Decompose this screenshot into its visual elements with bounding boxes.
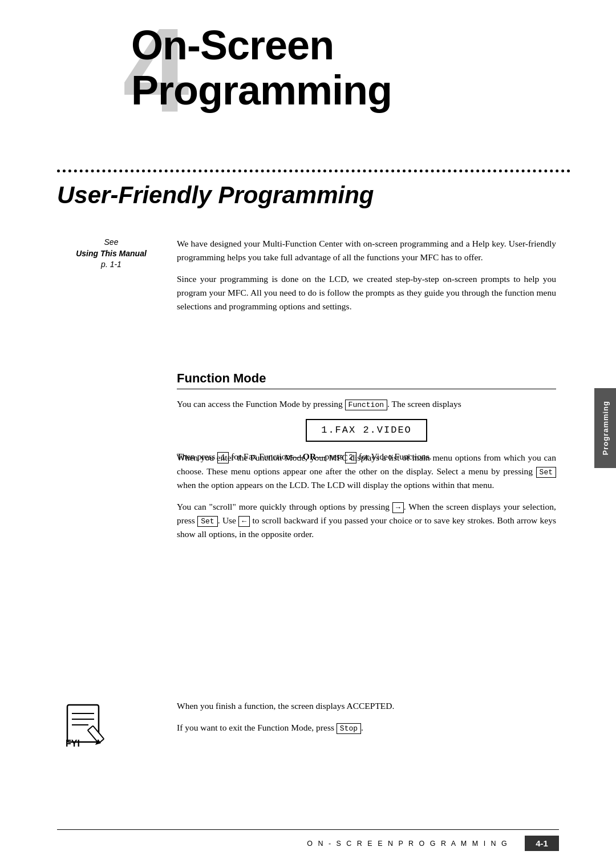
svg-text:FYI: FYI — [66, 739, 80, 748]
footer-page-number: 4-1 — [525, 836, 559, 851]
p4-middle2: . Use — [218, 515, 239, 525]
intro-paragraph-2: Since your programming is done on the LC… — [177, 272, 556, 313]
footer-center-text: O N - S C R E E N P R O G R A M M I N G — [291, 840, 525, 848]
key-set[interactable]: Set — [536, 467, 556, 478]
footer: O N - S C R E E N P R O G R A M M I N G … — [57, 829, 559, 851]
key-arrow-left[interactable]: ← — [238, 516, 250, 527]
sidebar-see-label: See — [104, 237, 119, 247]
p3-after: when the option appears on the LCD. The … — [177, 480, 494, 490]
function-mode-heading: Function Mode — [177, 371, 556, 389]
intro-content: We have designed your Multi-Function Cen… — [177, 237, 556, 321]
chapter-title-line2: Programming — [131, 68, 392, 113]
p3-before: When you enter the Function Mode, your M… — [177, 453, 556, 476]
lcd-display: 1.FAX 2.VIDEO — [306, 419, 427, 442]
p4-before: You can "scroll" more quickly through op… — [177, 502, 392, 511]
intro-paragraph-1: We have designed your Multi-Function Cen… — [177, 237, 556, 264]
right-tab-label: Programming — [601, 401, 610, 455]
dotted-separator — [57, 168, 570, 173]
fyi-svg: FYI — [63, 702, 114, 748]
key-arrow-right[interactable]: → — [392, 502, 404, 514]
right-tab: Programming — [594, 388, 616, 468]
fm-p1-after: . The screen displays — [387, 399, 461, 409]
chapter-title-line1: On-Screen — [131, 23, 392, 68]
key-stop[interactable]: Stop — [337, 723, 361, 735]
body-paragraph-3: When you enter the Function Mode, your M… — [177, 451, 556, 492]
content-below: When you enter the Function Mode, your M… — [177, 451, 556, 549]
p6-after: . — [361, 723, 363, 732]
sidebar-page: p. 1-1 — [101, 260, 121, 269]
sidebar-note: See Using This Manual p. 1-1 — [60, 237, 163, 271]
key-set2[interactable]: Set — [197, 516, 217, 527]
svg-rect-4 — [88, 726, 104, 744]
body-paragraph-5: When you finish a function, the screen d… — [177, 699, 556, 713]
p6-before: If you want to exit the Function Mode, p… — [177, 723, 337, 732]
function-key[interactable]: Function — [345, 400, 387, 411]
section-title: User-Friendly Programming — [57, 182, 374, 209]
chapter-title-area: On-Screen Programming — [131, 23, 392, 113]
fyi-icon: FYI — [63, 702, 120, 753]
body-paragraph-6: If you want to exit the Function Mode, p… — [177, 721, 556, 735]
fm-p1-before: You can access the Function Mode by pres… — [177, 399, 345, 409]
body-paragraph-4: You can "scroll" more quickly through op… — [177, 500, 556, 541]
page-container: 4 On-Screen Programming User-Friendly Pr… — [0, 0, 616, 867]
function-mode-p1: You can access the Function Mode by pres… — [177, 397, 556, 411]
sidebar-using-this-manual: Using This Manual — [76, 249, 147, 258]
final-paragraphs: When you finish a function, the screen d… — [177, 699, 556, 743]
